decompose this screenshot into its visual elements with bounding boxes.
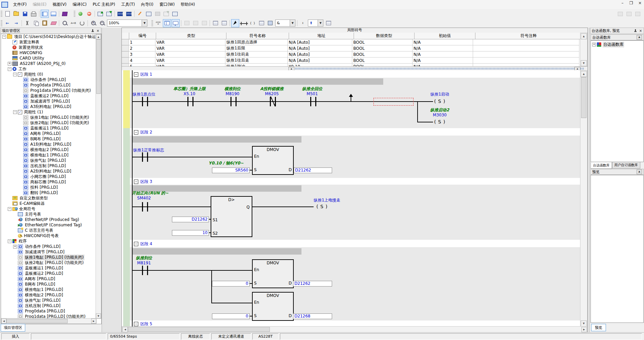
- coil-tool-button[interactable]: { }: [249, 19, 257, 27]
- collapse-section-icon[interactable]: ▲: [637, 35, 642, 40]
- logic-gate-select[interactable]: &▼: [275, 20, 295, 27]
- network-tool-button[interactable]: [257, 19, 265, 27]
- help-book-button[interactable]: [61, 10, 69, 18]
- table-cell[interactable]: N/A [Auto]: [288, 39, 352, 45]
- comm-setting-button[interactable]: [171, 10, 179, 18]
- close-icon[interactable]: ×: [96, 29, 100, 33]
- tree-item[interactable]: −翻转 [PRG,LD]: [1, 190, 96, 195]
- compare-block[interactable]: D> Q S1 S2: [211, 196, 252, 237]
- table-row[interactable]: 4VAR纵推1往后走N/A [Auto]BOOLN/A: [122, 58, 579, 64]
- table-row[interactable]: 2VAR纵推1后限N/A [Auto]BOOLN/A: [122, 45, 579, 51]
- device-swap-button[interactable]: [200, 19, 208, 27]
- table-cell[interactable]: 纵推1往前走: [225, 51, 288, 58]
- table-cell[interactable]: BOOL: [352, 39, 413, 45]
- save-button[interactable]: [21, 10, 29, 18]
- nc-contact[interactable]: [270, 97, 276, 106]
- operand-box[interactable]: D21262: [293, 281, 332, 287]
- no-contact[interactable]: [142, 266, 148, 275]
- close-button[interactable]: ×: [637, 1, 643, 5]
- network-comment-bar[interactable]: [133, 78, 383, 85]
- table-cell[interactable]: 纵推1回原点选择: [225, 39, 288, 45]
- tab-delta-library[interactable]: 台达函数库: [591, 162, 612, 169]
- collapse-network-icon[interactable]: −: [134, 72, 138, 77]
- collapse-network-icon[interactable]: −: [134, 180, 138, 184]
- table-cell[interactable]: BOOL: [352, 58, 413, 64]
- operand-box[interactable]: 0: [212, 281, 250, 287]
- tree-item[interactable]: −装置使用状况: [1, 45, 96, 50]
- zoom-select[interactable]: 100%▼: [107, 20, 147, 27]
- tree-item[interactable]: −A网布 [PRG,LD]: [1, 131, 96, 136]
- table-cell[interactable]: BOOL: [352, 64, 413, 66]
- table-cell[interactable]: 5: [129, 64, 155, 66]
- tree-hscrollbar[interactable]: ◀ ▶: [1, 318, 97, 324]
- table-cell[interactable]: BOOL: [352, 51, 413, 58]
- redo-button[interactable]: →: [12, 19, 20, 27]
- menu-view[interactable]: 视图(V): [49, 1, 70, 8]
- table-cell[interactable]: 纵推1后限: [225, 45, 288, 51]
- menu-compile[interactable]: 编译(C): [70, 1, 90, 8]
- goto-button[interactable]: [78, 19, 86, 27]
- plc-info-button[interactable]: [145, 10, 153, 18]
- tree-item[interactable]: −盖板搬运2 [PRG,LD]: [1, 271, 96, 276]
- collapse-icon[interactable]: −: [13, 110, 17, 114]
- pin-icon[interactable]: [634, 29, 637, 33]
- tree-item[interactable]: −Prog1data [PRG,LD] (功能关闭): [1, 314, 96, 318]
- selection-cursor[interactable]: [373, 98, 414, 106]
- table-cell[interactable]: N/A [Auto]: [288, 58, 352, 64]
- collapse-section-icon[interactable]: ▲: [637, 169, 642, 174]
- replace-button[interactable]: A↔B: [69, 19, 77, 27]
- menu-help[interactable]: 帮助(H): [178, 1, 198, 8]
- column-header[interactable]: 地址: [289, 33, 354, 39]
- tree-item[interactable]: −✓周期性 (0): [1, 72, 96, 77]
- tree-item[interactable]: −全局符号: [1, 206, 96, 212]
- contact-tool-button[interactable]: [240, 19, 248, 27]
- operand-box[interactable]: 0: [212, 313, 250, 319]
- device-copy-button[interactable]: [183, 19, 191, 27]
- menu-window[interactable]: 窗口(W): [156, 1, 178, 8]
- tree-item[interactable]: −纵推2电缸 [PRG,LD] (功能关闭): [1, 120, 96, 125]
- table-vscrollbar[interactable]: ▲ ▼: [580, 33, 587, 67]
- tree-item[interactable]: +AS228T (AS200_PSJ_0): [1, 61, 96, 66]
- tree-item[interactable]: −CARD Utility: [1, 55, 96, 61]
- tree-item[interactable]: −纵推1电缸 [PRG,LD] (功能关闭): [1, 255, 96, 260]
- tree-item[interactable]: −B网布 [PRG,LD]: [1, 281, 96, 287]
- tree-item[interactable]: −投料 [PRG,LD]: [1, 185, 96, 190]
- dmov-block[interactable]: DMOV En S D: [252, 292, 294, 321]
- copy-button[interactable]: [32, 19, 40, 27]
- address-mode-button[interactable]: ADDR⇄: [154, 19, 162, 27]
- table-cell[interactable]: N/A [Auto]: [288, 45, 352, 51]
- expand-icon[interactable]: +: [8, 62, 11, 66]
- project-panel-tab[interactable]: 项目管理区: [1, 324, 25, 332]
- tree-item[interactable]: −横推电缸2 [PRG,LD]: [1, 147, 96, 152]
- new-button[interactable]: [3, 10, 11, 18]
- tree-item[interactable]: −✓周期性 (1): [1, 109, 96, 115]
- memory-button[interactable]: [153, 10, 162, 18]
- no-contact[interactable]: [230, 97, 237, 106]
- edge-select[interactable]: ⬆▼: [308, 20, 323, 27]
- checkbox-checked[interactable]: ✓: [18, 110, 22, 114]
- table-cell[interactable]: Y0.10: [288, 64, 352, 66]
- table-cell[interactable]: [473, 51, 579, 58]
- menu-wizard[interactable]: 向导(I): [138, 1, 156, 8]
- upload-button[interactable]: [105, 10, 113, 18]
- table-cell[interactable]: VAR: [155, 39, 225, 45]
- column-header[interactable]: 符号注释: [475, 33, 582, 39]
- network-4[interactable]: − 区段 4 纵推到位 M8191 DMOV En S D 0 D21262: [122, 240, 580, 320]
- tree-item[interactable]: +动作条件 [PRG,LD]: [1, 244, 96, 249]
- compare-button[interactable]: [625, 10, 633, 18]
- table-cell[interactable]: VAR: [155, 51, 225, 58]
- cut-button[interactable]: [23, 19, 31, 27]
- transfer-button[interactable]: [162, 10, 170, 18]
- table-cell[interactable]: 4: [129, 58, 155, 64]
- table-cell[interactable]: 1: [129, 39, 155, 45]
- column-header[interactable]: 符号名称: [226, 33, 289, 39]
- column-header[interactable]: 类型: [156, 33, 226, 39]
- undo-button[interactable]: ←: [3, 19, 11, 27]
- dmov-block[interactable]: DMOV En S D: [252, 259, 294, 288]
- row-selector[interactable]: [122, 64, 129, 66]
- dmov-block[interactable]: DMOV En S D: [252, 146, 294, 175]
- operand-box[interactable]: SR560: [212, 167, 250, 173]
- table-cell[interactable]: N/A: [413, 45, 473, 51]
- column-header[interactable]: 数据类型: [354, 33, 415, 39]
- tree-item[interactable]: −商标芯圈 [PRG,LD]: [1, 179, 96, 185]
